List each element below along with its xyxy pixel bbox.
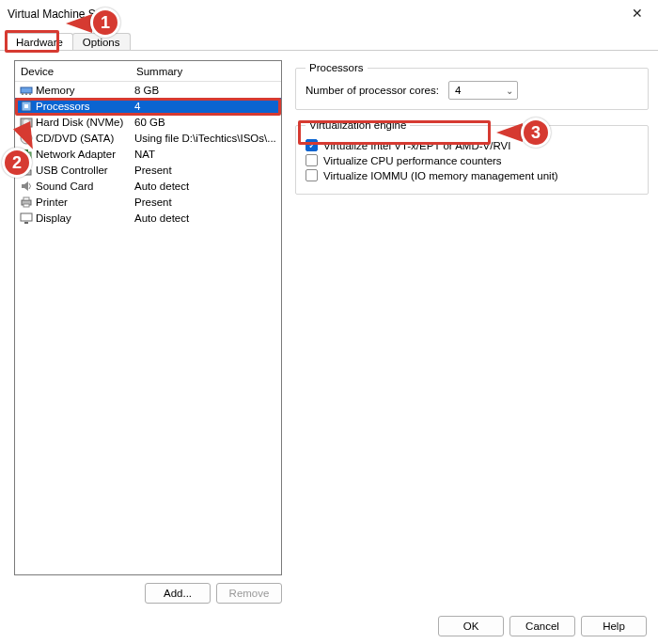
virtualization-group: Virtualization engine ✓ Virtualize Intel…	[295, 119, 649, 195]
device-summary: Auto detect	[131, 212, 281, 224]
table-row[interactable]: Network AdapterNAT	[15, 146, 281, 162]
table-header: Device Summary	[15, 61, 281, 82]
table-row[interactable]: CD/DVD (SATA)Using file D:\iTechtics\ISO…	[15, 130, 281, 146]
annotation-badge-1: 1	[90, 8, 120, 38]
processors-legend: Processors	[306, 62, 368, 73]
device-label: Sound Card	[34, 181, 131, 192]
checkbox-label-perf: Virtualize CPU performance counters	[323, 155, 502, 166]
checkbox-row-vt[interactable]: ✓ Virtualize Intel VT-x/EPT or AMD-V/RVI	[306, 139, 638, 151]
checkbox-perf[interactable]	[306, 154, 318, 166]
checkbox-label-iommu: Virtualize IOMMU (IO memory management u…	[323, 170, 558, 181]
table-row[interactable]: USB ControllerPresent	[15, 162, 281, 178]
checkbox-row-perf[interactable]: Virtualize CPU performance counters	[306, 154, 638, 166]
sound-icon	[19, 180, 34, 193]
table-row[interactable]: DisplayAuto detect	[15, 210, 281, 226]
virtualization-legend: Virtualization engine	[306, 119, 410, 131]
memory-icon	[19, 84, 34, 97]
device-summary: Present	[131, 165, 281, 176]
device-summary: 60 GB	[131, 117, 281, 128]
device-summary: Present	[131, 196, 281, 208]
table-row[interactable]: Memory8 GB	[15, 82, 281, 98]
device-label: Memory	[34, 85, 131, 96]
display-icon	[19, 212, 34, 225]
help-button[interactable]: Help	[581, 616, 647, 636]
annotation-arrow-3	[496, 123, 523, 142]
device-summary: 8 GB	[131, 85, 281, 96]
device-table: Device Summary Memory8 GBProcessors4Hard…	[14, 60, 282, 575]
device-summary: Using file D:\iTechtics\ISOs\...	[131, 133, 281, 144]
chevron-down-icon: ⌄	[506, 86, 513, 96]
device-label: Hard Disk (NVMe)	[34, 117, 131, 128]
col-header-summary[interactable]: Summary	[133, 66, 281, 77]
annotation-badge-2: 2	[2, 148, 32, 178]
device-label: USB Controller	[34, 165, 131, 176]
annotation-arrow-1	[66, 14, 92, 33]
cpu-icon	[19, 100, 34, 113]
tab-hardware[interactable]: Hardware	[6, 33, 73, 50]
remove-button[interactable]: Remove	[216, 583, 282, 604]
cores-label: Number of processor cores:	[306, 85, 439, 96]
device-label: Printer	[34, 196, 131, 208]
col-header-device[interactable]: Device	[15, 66, 133, 77]
checkbox-label-vt: Virtualize Intel VT-x/EPT or AMD-V/RVI	[323, 140, 510, 151]
close-icon[interactable]: ✕	[626, 6, 649, 21]
device-summary: Auto detect	[131, 181, 281, 192]
checkbox-iommu[interactable]	[306, 169, 318, 181]
table-row[interactable]: PrinterPresent	[15, 194, 281, 210]
annotation-badge-3: 3	[521, 118, 551, 148]
device-summary: NAT	[131, 149, 281, 160]
device-summary: 4	[131, 101, 281, 112]
table-row[interactable]: Processors4	[15, 98, 281, 114]
cancel-button[interactable]: Cancel	[509, 616, 575, 636]
device-label: CD/DVD (SATA)	[34, 133, 131, 144]
table-row[interactable]: Sound CardAuto detect	[15, 178, 281, 194]
device-label: Processors	[34, 101, 131, 112]
cores-select[interactable]: 4 ⌄	[448, 81, 518, 100]
checkbox-vt[interactable]: ✓	[306, 139, 318, 151]
cores-value: 4	[455, 85, 461, 96]
processors-group: Processors Number of processor cores: 4 …	[295, 62, 649, 110]
printer-icon	[19, 196, 34, 209]
add-button[interactable]: Add...	[145, 583, 211, 604]
ok-button[interactable]: OK	[438, 616, 504, 636]
device-label: Network Adapter	[34, 149, 131, 160]
checkbox-row-iommu[interactable]: Virtualize IOMMU (IO memory management u…	[306, 169, 638, 181]
device-label: Display	[34, 212, 131, 224]
footer-buttons: OK Cancel Help	[438, 616, 647, 636]
table-row[interactable]: Hard Disk (NVMe)60 GB	[15, 114, 281, 130]
